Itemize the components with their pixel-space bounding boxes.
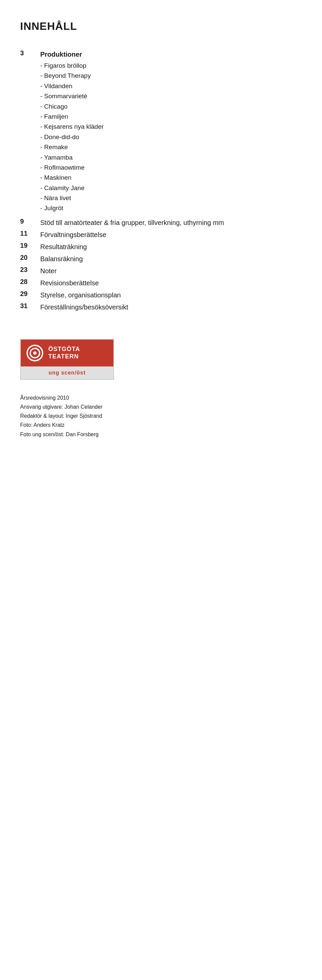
toc-number-11: 11 (20, 230, 40, 237)
toc-number-9: 9 (20, 218, 40, 225)
toc-content-28: Revisionsberättelse (40, 278, 99, 288)
footer-line1: Årsredovisning 2010 (20, 393, 295, 402)
ostgota-logo-icon (26, 344, 44, 362)
svg-point-2 (33, 352, 37, 355)
toc-label-produktioner: Produktioner (40, 49, 104, 59)
toc-row-20: 20 Balansräkning (20, 254, 295, 264)
toc-label-23: Noter (40, 267, 57, 275)
toc-sub-julgrot: - Julgröt (40, 203, 104, 213)
toc-content-11: Förvaltningsberättelse (40, 230, 106, 240)
toc-sub-maskinen: - Maskinen (40, 173, 104, 183)
toc-sub-figaros: - Figaros bröllop (40, 61, 104, 71)
toc-sub-kejsarens: - Kejsarens nya kläder (40, 122, 104, 132)
toc-sub-remake: - Remake (40, 142, 104, 152)
toc-label-9: Stöd till amatörteater & fria grupper, t… (40, 219, 224, 226)
logo-bottom-before: ung scen/ (49, 370, 77, 375)
toc-number-31: 31 (20, 302, 40, 310)
toc-number-20: 20 (20, 254, 40, 261)
toc-row-31: 31 Föreställnings/besöksöversikt (20, 302, 295, 312)
toc-content-23: Noter (40, 266, 57, 276)
toc-sub-yamamba: - Yamamba (40, 153, 104, 162)
toc-label-11: Förvaltningsberättelse (40, 231, 106, 239)
toc-content-9: Stöd till amatörteater & fria grupper, t… (40, 218, 224, 228)
toc-sub-chicago: - Chicago (40, 102, 104, 111)
logo-bottom: ung scen/öst (21, 366, 113, 379)
toc-sub-calamity: - Calamity Jane (40, 183, 104, 193)
logo-top: ÖSTGÖTA TEATERN (21, 340, 113, 366)
toc-row-9: 9 Stöd till amatörteater & fria grupper,… (20, 218, 295, 228)
toc-label-29: Styrelse, organisationsplan (40, 291, 121, 299)
toc-sub-vildanden: - Vildanden (40, 81, 104, 91)
toc-sub-done: - Done-did-do (40, 132, 104, 142)
toc-row-23: 23 Noter (20, 266, 295, 276)
page-title: INNEHÅLL (20, 20, 295, 32)
table-of-contents: 3 Produktioner - Figaros bröllop - Beyon… (20, 49, 295, 312)
toc-label-19: Resultaträkning (40, 243, 87, 250)
toc-label-20: Balansräkning (40, 255, 83, 262)
toc-row-produktioner: 3 Produktioner - Figaros bröllop - Beyon… (20, 49, 295, 213)
toc-sub-roflmaowtime: - Roflmaowtime (40, 162, 104, 173)
toc-row-11: 11 Förvaltningsberättelse (20, 230, 295, 240)
toc-content-31: Föreställnings/besöksöversikt (40, 302, 128, 312)
toc-row-28: 28 Revisionsberättelse (20, 278, 295, 288)
toc-content-29: Styrelse, organisationsplan (40, 290, 121, 300)
toc-sub-beyond: - Beyond Therapy (40, 71, 104, 81)
toc-number-19: 19 (20, 242, 40, 250)
toc-row-29: 29 Styrelse, organisationsplan (20, 290, 295, 300)
logo-section: ÖSTGÖTA TEATERN ung scen/öst (20, 339, 295, 380)
toc-label-31: Föreställnings/besöksöversikt (40, 304, 128, 311)
footer-line2: Ansvarig utgivare: Johan Celander (20, 402, 295, 411)
toc-content-20: Balansräkning (40, 254, 83, 264)
toc-number-3: 3 (20, 49, 40, 57)
logo-line1: ÖSTGÖTA (48, 346, 80, 353)
footer-line4: Foto: Anders Kratz (20, 420, 295, 430)
toc-sub-nara: - Nära livet (40, 193, 104, 203)
footer-info: Årsredovisning 2010 Ansvarig utgivare: J… (20, 393, 295, 439)
toc-sub-familjen: - Familjen (40, 111, 104, 122)
logo-bottom-accent: öst (77, 370, 86, 375)
footer-line3: Redaktör & layout: Inger Sjöstrand (20, 411, 295, 420)
toc-number-28: 28 (20, 278, 40, 286)
toc-number-23: 23 (20, 266, 40, 274)
toc-content-produktioner: Produktioner - Figaros bröllop - Beyond … (40, 49, 104, 213)
toc-content-19: Resultaträkning (40, 242, 87, 252)
toc-sub-sommar: - Sommarvarieté (40, 91, 104, 101)
logo-text: ÖSTGÖTA TEATERN (48, 346, 80, 360)
logo-line2: TEATERN (48, 353, 80, 360)
toc-label-28: Revisionsberättelse (40, 279, 99, 286)
logo-box: ÖSTGÖTA TEATERN ung scen/öst (20, 339, 114, 380)
logo-bottom-label: ung scen/öst (49, 370, 86, 376)
toc-number-29: 29 (20, 290, 40, 298)
footer-line5: Foto ung scen/öst: Dan Forsberg (20, 430, 295, 439)
toc-row-19: 19 Resultaträkning (20, 242, 295, 252)
